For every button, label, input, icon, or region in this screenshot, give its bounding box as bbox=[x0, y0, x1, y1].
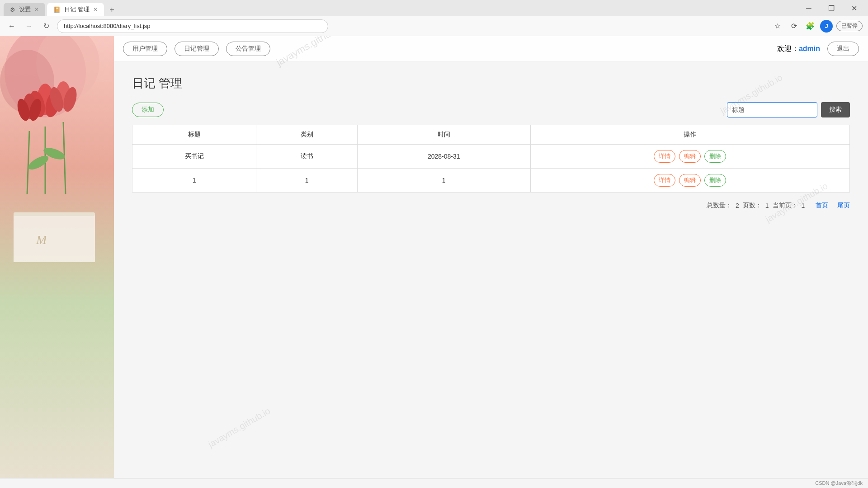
current-value: 1 bbox=[802, 202, 805, 209]
status-bar: CSDN @Java源码jdk bbox=[0, 478, 868, 488]
user-avatar[interactable]: J bbox=[820, 20, 833, 33]
page-title: 日记 管理 bbox=[132, 75, 850, 91]
page-content: M 用户管理 日记管理 公告管理 javayms.github.io 欢迎：ad… bbox=[0, 36, 868, 478]
detail-button-2[interactable]: 详情 bbox=[654, 174, 675, 187]
close-button[interactable]: ✕ bbox=[844, 0, 864, 16]
svg-rect-17 bbox=[14, 212, 95, 262]
cell-title-2: 1 bbox=[132, 169, 256, 192]
cell-time-2: 1 bbox=[357, 169, 530, 192]
delete-button-2[interactable]: 删除 bbox=[704, 174, 726, 187]
current-label: 当前页： bbox=[773, 202, 798, 210]
cell-actions-2: 详情 编辑 删除 bbox=[530, 169, 849, 192]
svg-line-5 bbox=[27, 131, 29, 194]
address-input[interactable] bbox=[57, 19, 328, 33]
reload-button[interactable]: ↻ bbox=[40, 20, 52, 33]
cell-category-2: 1 bbox=[256, 169, 357, 192]
svg-rect-18 bbox=[14, 212, 95, 216]
edit-button-1[interactable]: 编辑 bbox=[679, 150, 701, 163]
last-page-link[interactable]: 尾页 bbox=[837, 202, 850, 210]
table-row: 1 1 1 详情 编辑 删除 bbox=[132, 169, 850, 192]
pagination-separator bbox=[832, 202, 834, 209]
col-header-action: 操作 bbox=[530, 125, 849, 145]
edit-button-2[interactable]: 编辑 bbox=[679, 174, 701, 187]
nav-right: 欢迎：admin 退出 bbox=[777, 42, 859, 56]
settings-tab-close[interactable]: ✕ bbox=[34, 6, 39, 13]
nav-item-diary[interactable]: 日记管理 bbox=[175, 42, 219, 56]
col-header-time: 时间 bbox=[357, 125, 530, 145]
minimize-button[interactable]: ─ bbox=[798, 0, 819, 16]
action-buttons-1: 详情 编辑 删除 bbox=[538, 150, 842, 163]
first-page-link[interactable]: 首页 bbox=[816, 202, 828, 210]
nav-item-notice[interactable]: 公告管理 bbox=[226, 42, 270, 56]
address-bar: ← → ↻ ☆ ⟳ 🧩 J 已暂停 bbox=[0, 16, 868, 36]
table-row: 买书记 读书 2028-08-31 详情 编辑 删除 bbox=[132, 145, 850, 169]
search-button[interactable]: 搜索 bbox=[821, 102, 850, 117]
pages-label: 页数： bbox=[743, 202, 762, 210]
flower-svg: M bbox=[0, 36, 114, 262]
cell-title-1: 买书记 bbox=[132, 145, 256, 169]
delete-button-1[interactable]: 删除 bbox=[704, 150, 726, 163]
total-label: 总数量： bbox=[707, 202, 732, 210]
svg-point-6 bbox=[26, 153, 50, 172]
sidebar-image: M bbox=[0, 36, 114, 478]
pagination: 总数量： 2 页数： 1 当前页： 1 首页 尾页 bbox=[132, 202, 850, 210]
extensions-icon[interactable]: 🧩 bbox=[804, 20, 816, 33]
search-area: 搜索 bbox=[727, 102, 850, 117]
add-button[interactable]: 添加 bbox=[132, 103, 164, 117]
diary-tab-close[interactable]: ✕ bbox=[93, 6, 98, 13]
logout-button[interactable]: 退出 bbox=[827, 42, 859, 56]
diary-tab-favicon: 📔 bbox=[53, 6, 61, 13]
detail-button-1[interactable]: 详情 bbox=[654, 150, 675, 163]
search-input[interactable] bbox=[727, 102, 817, 117]
paused-badge[interactable]: 已暂停 bbox=[836, 21, 863, 31]
profile-sync-icon[interactable]: ⟳ bbox=[788, 20, 800, 33]
tab-bar: ⚙ 设置 ✕ 📔 日记 管理 ✕ + ─ ❒ ✕ bbox=[0, 0, 868, 16]
forward-button[interactable]: → bbox=[23, 20, 35, 33]
cell-category-1: 读书 bbox=[256, 145, 357, 169]
tab-diary[interactable]: 📔 日记 管理 ✕ bbox=[47, 3, 104, 16]
flower-decoration: M bbox=[0, 36, 114, 478]
table-header-row: 标题 类别 时间 操作 bbox=[132, 125, 850, 145]
total-value: 2 bbox=[736, 202, 739, 209]
nav-menu: 用户管理 日记管理 公告管理 bbox=[123, 42, 270, 56]
browser-toolbar-right: ☆ ⟳ 🧩 J 已暂停 bbox=[771, 20, 863, 33]
diary-tab-label: 日记 管理 bbox=[64, 5, 90, 14]
status-text: CSDN @Java源码jdk bbox=[815, 480, 863, 487]
main-content: 用户管理 日记管理 公告管理 javayms.github.io 欢迎：admi… bbox=[114, 36, 868, 478]
back-button[interactable]: ← bbox=[5, 20, 18, 33]
cell-time-1: 2028-08-31 bbox=[357, 145, 530, 169]
tab-settings[interactable]: ⚙ 设置 ✕ bbox=[4, 3, 45, 16]
page-body: javayms.github.io javayms.github.io java… bbox=[114, 62, 868, 478]
cell-actions-1: 详情 编辑 删除 bbox=[530, 145, 849, 169]
browser-window: ⚙ 设置 ✕ 📔 日记 管理 ✕ + ─ ❒ ✕ ← → ↻ ☆ ⟳ 🧩 J 已… bbox=[0, 0, 868, 488]
welcome-user: admin bbox=[799, 45, 820, 52]
welcome-text: 欢迎：admin bbox=[777, 44, 820, 54]
maximize-button[interactable]: ❒ bbox=[821, 0, 842, 16]
svg-text:M: M bbox=[36, 233, 47, 247]
pages-value: 1 bbox=[765, 202, 769, 209]
col-header-category: 类别 bbox=[256, 125, 357, 145]
welcome-prefix: 欢迎： bbox=[777, 45, 799, 52]
toolbar: 添加 搜索 bbox=[132, 102, 850, 117]
window-controls: ─ ❒ ✕ bbox=[798, 0, 864, 16]
data-table: 标题 类别 时间 操作 买书记 读书 2028-08-31 bbox=[132, 125, 850, 192]
settings-tab-favicon: ⚙ bbox=[10, 6, 15, 13]
nav-item-users[interactable]: 用户管理 bbox=[123, 42, 167, 56]
watermark-3: javayms.github.io bbox=[207, 406, 272, 450]
settings-tab-label: 设置 bbox=[19, 5, 31, 14]
nav-bar: 用户管理 日记管理 公告管理 javayms.github.io 欢迎：admi… bbox=[114, 36, 868, 62]
col-header-title: 标题 bbox=[132, 125, 256, 145]
bookmark-icon[interactable]: ☆ bbox=[771, 20, 784, 33]
new-tab-button[interactable]: + bbox=[106, 4, 118, 16]
action-buttons-2: 详情 编辑 删除 bbox=[538, 174, 842, 187]
